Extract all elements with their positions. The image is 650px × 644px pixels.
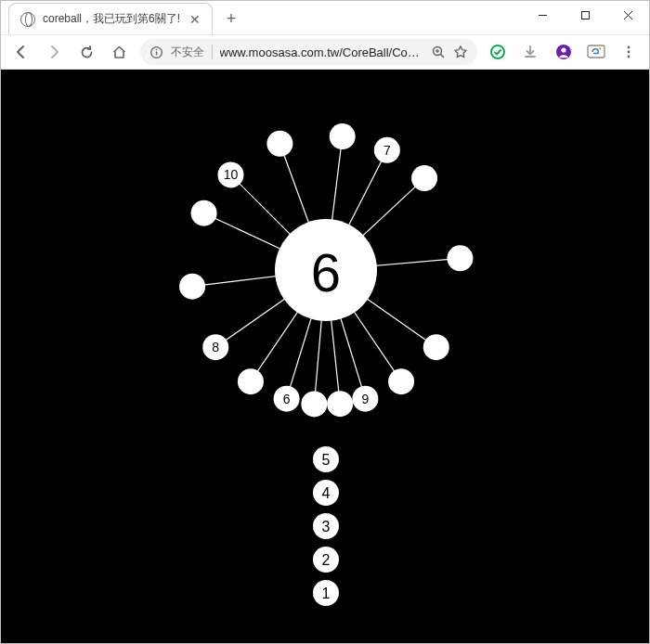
attached-ball [301,391,327,417]
zoom-icon[interactable] [431,45,446,59]
security-label: 不安全 [171,45,204,60]
svg-point-16 [628,46,630,49]
window-minimize-button[interactable] [521,1,564,29]
extension-ie-icon[interactable] [583,39,608,65]
core-level-label: 6 [311,242,341,303]
attached-ball [388,368,414,394]
close-tab-button[interactable]: ✕ [188,12,202,27]
divider [212,45,213,59]
attached-ball-label: 8 [212,340,219,354]
tab-title: coreball，我已玩到第6關了! [43,11,180,27]
queue-ball-label: 2 [322,552,331,568]
reload-button[interactable] [74,39,99,65]
browser-window: coreball，我已玩到第6關了! ✕ + [0,0,650,644]
profile-icon[interactable] [551,39,576,65]
attached-ball [423,334,449,360]
svg-point-6 [155,48,157,50]
attached-ball [447,245,473,271]
forward-button[interactable] [41,39,66,65]
attached-ball-label: 7 [384,143,391,158]
back-button[interactable] [8,39,33,65]
window-maximize-button[interactable] [564,1,606,29]
window-close-button[interactable] [606,1,649,29]
menu-button[interactable] [617,39,642,65]
svg-line-8 [441,55,445,58]
home-button[interactable] [107,39,132,65]
attached-ball-label: 10 [224,167,239,182]
attached-ball [179,274,205,300]
globe-icon [20,12,35,27]
svg-rect-1 [581,11,589,19]
new-tab-button[interactable]: + [218,6,244,32]
attached-ball [191,200,217,226]
attached-ball [330,123,356,149]
info-icon [150,45,163,59]
toolbar: 不安全 www.moosasa.com.tw/CoreBall/CoreBal.… [1,34,649,70]
extension-adblock-icon[interactable] [485,39,510,65]
download-icon[interactable] [517,39,542,65]
game-viewport[interactable]: 796810654321 [1,70,649,643]
svg-point-18 [628,56,630,58]
attached-ball [266,131,292,157]
queue-ball-label: 3 [322,519,331,535]
queue-ball-label: 5 [322,452,331,468]
svg-rect-15 [588,45,604,58]
attached-ball [327,391,353,417]
star-icon[interactable] [453,45,468,59]
titlebar: coreball，我已玩到第6關了! ✕ + [1,1,649,34]
attached-ball [411,165,437,191]
window-controls [521,1,649,29]
url-text: www.moosasa.com.tw/CoreBall/CoreBal... [220,45,423,59]
browser-tab[interactable]: coreball，我已玩到第6關了! ✕ [8,3,213,34]
attached-ball-label: 9 [361,392,369,406]
svg-point-14 [561,47,566,52]
queue-ball-label: 1 [322,586,331,601]
address-bar[interactable]: 不安全 www.moosasa.com.tw/CoreBall/CoreBal.… [140,39,477,65]
game-canvas[interactable]: 796810654321 [1,70,649,643]
attached-ball-label: 6 [283,392,291,406]
attached-ball [238,368,264,394]
queue-ball-label: 4 [322,485,331,501]
svg-point-17 [628,51,630,54]
